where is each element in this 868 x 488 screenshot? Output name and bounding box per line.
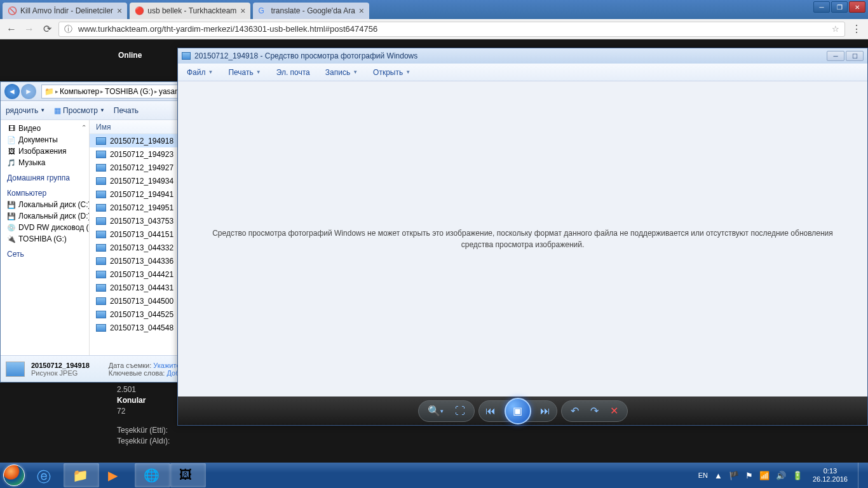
chevron-right-icon[interactable]: ▸ bbox=[55, 88, 58, 95]
print-button[interactable]: Печать bbox=[114, 106, 139, 115]
sidebar-computer[interactable]: Компьютер bbox=[1, 187, 89, 199]
taskbar-chrome[interactable]: 🌐 bbox=[135, 463, 170, 487]
tab-close-icon[interactable]: × bbox=[359, 6, 364, 16]
next-button[interactable]: ⏭ bbox=[540, 405, 550, 417]
zoom-button[interactable]: 🔍▾ bbox=[428, 405, 444, 417]
menu-print[interactable]: Печать▼ bbox=[228, 68, 261, 77]
browser-tab[interactable]: G translate - Google'da Ara × bbox=[253, 3, 369, 19]
explorer-forward-button[interactable]: ► bbox=[21, 84, 36, 99]
image-icon: 🖼 bbox=[7, 147, 16, 156]
file-name: 20150712_194951 bbox=[110, 203, 173, 212]
file-name: 20150712_194927 bbox=[110, 163, 173, 172]
sidebar-homegroup[interactable]: Домашняя группа bbox=[1, 172, 89, 184]
rotate-right-button[interactable]: ↷ bbox=[590, 405, 599, 417]
tray-volume-icon[interactable]: 🔊 bbox=[776, 471, 786, 480]
selected-file-type: Рисунок JPEG bbox=[31, 369, 90, 377]
favicon-icon: G bbox=[258, 6, 267, 15]
chrome-menu-button[interactable]: ⋮ bbox=[850, 23, 863, 36]
slideshow-button[interactable]: ▣ bbox=[505, 398, 531, 424]
tray-up-icon[interactable]: ▲ bbox=[714, 471, 722, 480]
breadcrumb-segment[interactable]: Компьютер bbox=[60, 87, 99, 96]
menu-burn[interactable]: Запись▼ bbox=[325, 68, 358, 77]
taskbar-media[interactable]: ▶ bbox=[99, 463, 135, 487]
chevron-right-icon[interactable]: ▸ bbox=[154, 88, 158, 95]
menu-file[interactable]: Файл▼ bbox=[187, 68, 213, 77]
prev-button[interactable]: ⏮ bbox=[485, 405, 496, 417]
collapse-icon[interactable]: ⌃ bbox=[81, 124, 86, 131]
explorer-back-button[interactable]: ◄ bbox=[4, 84, 20, 99]
reload-button[interactable]: ⟳ bbox=[41, 23, 53, 36]
sidebar-item-music[interactable]: 🎵Музыка bbox=[1, 157, 89, 168]
photo-viewer-canvas: Средство просмотра фотографий Windows не… bbox=[178, 81, 867, 396]
os-restore-button[interactable]: ❐ bbox=[831, 1, 848, 13]
taskbar-photo-viewer[interactable]: 🖼 bbox=[170, 463, 206, 487]
os-close-button[interactable]: ✕ bbox=[849, 1, 865, 13]
menu-open[interactable]: Открыть▼ bbox=[373, 68, 410, 77]
folder-icon: 📁 bbox=[44, 87, 54, 96]
sidebar-item-disk-c[interactable]: 💾Локальный диск (C:) bbox=[1, 199, 89, 210]
language-indicator[interactable]: EN bbox=[698, 471, 708, 479]
view-menu[interactable]: ▦Просмотр▼ bbox=[54, 106, 105, 115]
menu-email[interactable]: Эл. почта bbox=[276, 68, 310, 77]
folder-icon: 📁 bbox=[72, 468, 90, 483]
sidebar-item-images[interactable]: 🖼Изображения bbox=[1, 146, 89, 157]
chrome-icon: 🌐 bbox=[144, 468, 161, 483]
photo-viewer-titlebar[interactable]: 20150712_194918 - Средство просмотра фот… bbox=[178, 48, 867, 64]
tab-close-icon[interactable]: × bbox=[240, 6, 245, 16]
browser-tab-active[interactable]: 🔴 usb bellek - Turkhackteam × bbox=[130, 3, 250, 19]
app-icon bbox=[182, 52, 191, 60]
tray-network-icon[interactable]: 📶 bbox=[759, 471, 770, 480]
sidebar-item-toshiba[interactable]: 🔌TOSHIBA (G:) bbox=[1, 233, 89, 245]
tray-battery-icon[interactable]: 🔋 bbox=[792, 471, 803, 480]
tray-flag-icon[interactable]: 🏴 bbox=[729, 471, 739, 480]
maximize-button[interactable]: ☐ bbox=[846, 51, 864, 61]
bookmark-star-icon[interactable]: ☆ bbox=[832, 24, 839, 34]
document-icon: 📄 bbox=[7, 135, 16, 144]
meta-value[interactable]: Укажите bbox=[153, 362, 180, 369]
sidebar-item-documents[interactable]: 📄Документы bbox=[1, 134, 89, 146]
stat-value: 2.501 bbox=[117, 384, 170, 395]
chevron-down-icon: ▼ bbox=[40, 107, 45, 113]
clock-date: 26.12.2016 bbox=[813, 475, 848, 484]
video-icon: 🎞 bbox=[7, 124, 16, 133]
forward-button[interactable]: → bbox=[23, 23, 36, 36]
os-minimize-button[interactable]: ─ bbox=[813, 1, 830, 13]
image-file-icon bbox=[96, 177, 106, 185]
taskbar: ⓔ 📁 ▶ 🌐 🖼 EN ▲ 🏴 ⚑ 📶 🔊 🔋 0:13 26.12.2016 bbox=[0, 463, 868, 488]
sidebar-item-dvd[interactable]: 💿DVD RW дисковод (E:) bbox=[1, 222, 89, 233]
image-file-icon bbox=[96, 257, 106, 265]
tray-action-icon[interactable]: ⚑ bbox=[745, 471, 753, 480]
tray-clock[interactable]: 0:13 26.12.2016 bbox=[809, 467, 851, 484]
forum-user-stats: 2.501 Konular 72 Teşekkür (Etti): Teşekk… bbox=[117, 384, 170, 447]
address-bar[interactable]: ⓘ www.turkhackteam.org/tht-yardim-merkez… bbox=[58, 22, 845, 37]
chevron-down-icon: ▼ bbox=[100, 107, 105, 113]
fit-button[interactable]: ⛶ bbox=[455, 405, 465, 417]
minimize-button[interactable]: ─ bbox=[827, 51, 844, 61]
back-button[interactable]: ← bbox=[5, 23, 18, 36]
image-file-icon bbox=[96, 151, 106, 158]
windows-logo-icon bbox=[3, 464, 25, 486]
sidebar-item-disk-d[interactable]: 💾Локальный диск (D:) bbox=[1, 210, 89, 222]
delete-button[interactable]: ✕ bbox=[610, 405, 618, 417]
rotate-left-button[interactable]: ↶ bbox=[571, 405, 579, 417]
browser-tab[interactable]: 🚫 Kill Amvo İndir - Delinetciler × bbox=[3, 3, 127, 19]
organize-menu[interactable]: рядочить▼ bbox=[6, 106, 45, 115]
taskbar-ie[interactable]: ⓔ bbox=[28, 463, 64, 487]
sidebar-network[interactable]: Сеть bbox=[1, 248, 89, 260]
file-name: 20150713_044332 bbox=[110, 243, 173, 252]
file-name: 20150713_044548 bbox=[110, 323, 173, 332]
taskbar-explorer[interactable]: 📁 bbox=[64, 463, 99, 487]
chevron-right-icon[interactable]: ▸ bbox=[100, 88, 104, 95]
tab-close-icon[interactable]: × bbox=[117, 6, 122, 16]
stat-label: Konular bbox=[117, 395, 170, 406]
start-button[interactable] bbox=[0, 463, 28, 488]
file-name: 20150713_044151 bbox=[110, 230, 173, 239]
sidebar-item-video[interactable]: 🎞Видео bbox=[1, 123, 89, 134]
info-icon[interactable]: ⓘ bbox=[64, 24, 74, 35]
error-message: Средство просмотра фотографий Windows не… bbox=[197, 227, 848, 250]
file-name: 20150712_194934 bbox=[110, 177, 173, 186]
show-desktop-button[interactable] bbox=[858, 463, 865, 488]
online-status: Online bbox=[118, 51, 142, 60]
breadcrumb-segment[interactable]: TOSHIBA (G:) bbox=[105, 87, 153, 96]
tab-title: Kill Amvo İndir - Delinetciler bbox=[20, 6, 113, 15]
